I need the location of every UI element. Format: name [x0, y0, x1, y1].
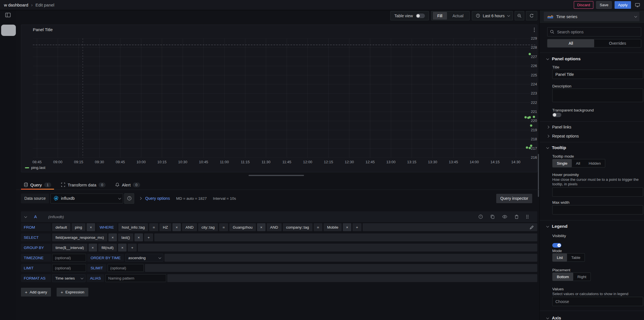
- section-panel-links[interactable]: Panel links: [540, 123, 644, 131]
- data-point[interactable]: [529, 53, 531, 55]
- data-point[interactable]: [526, 146, 528, 149]
- section-repeat-options[interactable]: Repeat options: [540, 132, 644, 140]
- add-token-button[interactable]: +: [352, 223, 361, 231]
- add-expression-button[interactable]: + Expression: [57, 288, 88, 297]
- zoom-out-button[interactable]: [515, 11, 524, 20]
- query-token[interactable]: =: [314, 223, 323, 231]
- legend-placement-bottom[interactable]: Bottom: [553, 273, 573, 281]
- panel-description-textarea[interactable]: [552, 89, 643, 102]
- tab-query[interactable]: Query 1: [21, 180, 54, 190]
- query-token[interactable]: last(): [118, 233, 133, 241]
- hover-proximity-input[interactable]: [552, 187, 643, 197]
- breadcrumb-dashboard[interactable]: w dashboard: [4, 3, 28, 7]
- discard-button[interactable]: Discard: [574, 1, 594, 9]
- format-as-select[interactable]: Time series: [52, 274, 85, 282]
- actual-option[interactable]: Actual: [448, 12, 468, 20]
- section-legend[interactable]: Legend: [540, 222, 644, 231]
- query-token[interactable]: fill(null): [98, 244, 117, 252]
- section-tooltip[interactable]: Tooltip: [540, 143, 644, 152]
- add-token-button[interactable]: +: [144, 233, 153, 241]
- duplicate-query-icon[interactable]: [490, 214, 495, 219]
- datasource-help-button[interactable]: ?: [124, 193, 134, 204]
- query-token[interactable]: =: [219, 223, 228, 231]
- collapse-chevron-icon[interactable]: [24, 215, 27, 218]
- timezone-input[interactable]: [52, 254, 86, 262]
- query-token[interactable]: Mobile: [324, 223, 342, 231]
- remove-token-button[interactable]: ×: [134, 233, 143, 241]
- fill-option[interactable]: Fill: [433, 12, 447, 20]
- refresh-button[interactable]: [526, 11, 537, 20]
- legend-mode-table[interactable]: Table: [567, 254, 585, 261]
- save-button[interactable]: Save: [596, 1, 612, 9]
- max-width-input[interactable]: [552, 205, 643, 214]
- tooltip-mode-hidden[interactable]: Hidden: [585, 159, 605, 167]
- query-token[interactable]: HZ: [159, 223, 171, 231]
- scrollbar-thumb[interactable]: [538, 154, 539, 197]
- query-token[interactable]: time($__interval): [52, 244, 87, 252]
- data-point[interactable]: [525, 116, 527, 119]
- panel-title-input[interactable]: [552, 70, 643, 79]
- transparent-bg-toggle[interactable]: [552, 113, 561, 117]
- data-point[interactable]: [529, 116, 531, 119]
- add-token-button[interactable]: +: [128, 244, 137, 252]
- remove-token-button[interactable]: ×: [87, 223, 95, 231]
- rail-highlight-block[interactable]: [1, 25, 16, 36]
- query-header-row[interactable]: A (influxdb) ?: [21, 211, 537, 222]
- data-point[interactable]: [530, 145, 532, 147]
- query-token[interactable]: AND: [267, 223, 282, 231]
- legend-item[interactable]: ping.last: [25, 166, 45, 170]
- tooltip-mode-single[interactable]: Single: [553, 159, 572, 167]
- tab-transform[interactable]: Transform data 0: [58, 180, 108, 190]
- remove-token-button[interactable]: ×: [172, 223, 181, 231]
- data-point[interactable]: [530, 124, 532, 127]
- tab-alert[interactable]: Alert 0: [112, 180, 143, 190]
- chart-plot-area[interactable]: [33, 38, 535, 158]
- add-query-button[interactable]: + Add query: [21, 288, 51, 297]
- data-point[interactable]: [533, 116, 535, 118]
- legend-mode-list[interactable]: List: [553, 254, 567, 261]
- drag-handle-grip-icon[interactable]: [526, 214, 529, 219]
- pane-resize-handle[interactable]: [249, 175, 304, 176]
- options-search-input[interactable]: [557, 29, 638, 35]
- query-token[interactable]: ping: [72, 223, 86, 231]
- query-inspector-button[interactable]: Query inspector: [496, 194, 532, 203]
- delete-query-trash-icon[interactable]: [515, 214, 519, 219]
- timezone-select[interactable]: ascending: [125, 254, 163, 262]
- query-token[interactable]: company::tag: [283, 223, 313, 231]
- query-token[interactable]: city::tag: [198, 223, 218, 231]
- tooltip-mode-all[interactable]: All: [572, 159, 585, 167]
- section-axis[interactable]: Axis: [540, 313, 644, 320]
- legend-placement-right[interactable]: Right: [573, 273, 591, 281]
- visualization-select[interactable]: Time series: [544, 12, 639, 21]
- apply-button[interactable]: Apply: [615, 1, 631, 9]
- query-token[interactable]: Guangzhou: [229, 223, 256, 231]
- hide-query-eye-icon[interactable]: [502, 215, 507, 219]
- limit-input[interactable]: [108, 264, 144, 272]
- help-circle-icon[interactable]: ?: [478, 214, 483, 219]
- legend-visibility-toggle[interactable]: [552, 243, 561, 248]
- data-point[interactable]: [529, 147, 531, 149]
- time-range-picker[interactable]: Last 6 hours: [472, 11, 513, 20]
- remove-token-button[interactable]: ×: [108, 233, 117, 241]
- kiosk-monitor-icon[interactable]: [635, 3, 640, 7]
- query-token[interactable]: default: [52, 223, 70, 231]
- filter-overrides[interactable]: Overrides: [594, 39, 641, 47]
- chevron-right-icon[interactable]: [139, 197, 142, 199]
- query-options-link[interactable]: Query options: [145, 196, 170, 201]
- remove-token-button[interactable]: ×: [89, 244, 97, 252]
- remove-token-button[interactable]: ×: [118, 244, 127, 252]
- datasource-select[interactable]: influxdb: [50, 194, 123, 203]
- query-token[interactable]: host_info::tag: [118, 223, 148, 231]
- panel-menu-kebab-icon[interactable]: [534, 28, 535, 32]
- query-token[interactable]: field(average_response_ms): [52, 233, 107, 241]
- query-token[interactable]: =: [149, 223, 158, 231]
- remove-token-button[interactable]: ×: [343, 223, 351, 231]
- query-token[interactable]: AND: [182, 223, 197, 231]
- limit-input[interactable]: [52, 264, 86, 272]
- table-view-toggle[interactable]: [416, 14, 425, 18]
- edit-query-pencil-icon[interactable]: [530, 225, 534, 229]
- sidebar-toggle-icon[interactable]: [5, 12, 11, 18]
- format-as-input[interactable]: [105, 274, 166, 282]
- filter-all[interactable]: All: [547, 39, 594, 47]
- section-panel-options[interactable]: Panel options: [540, 54, 644, 63]
